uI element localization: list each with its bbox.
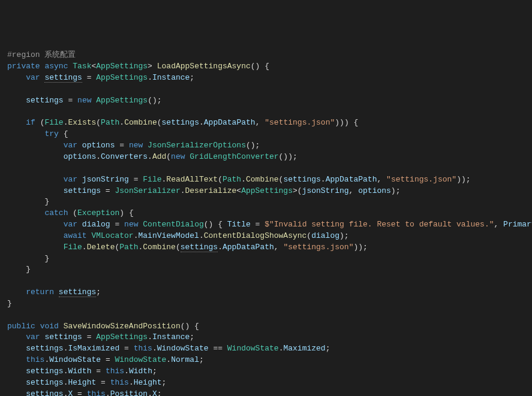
type-appsettings: AppSettings — [96, 62, 148, 71]
keyword-private: private — [7, 62, 40, 71]
method-save-window: SaveWindowSizeAndPosition — [64, 322, 181, 331]
region-start: #region 系统配置 — [7, 50, 76, 59]
code-editor-content[interactable]: #region 系统配置 private async Task<AppSetti… — [7, 50, 532, 396]
method-load: LoadAppSettingsAsync — [157, 62, 251, 71]
keyword-async: async — [44, 62, 68, 71]
type-task: Task — [73, 62, 91, 71]
